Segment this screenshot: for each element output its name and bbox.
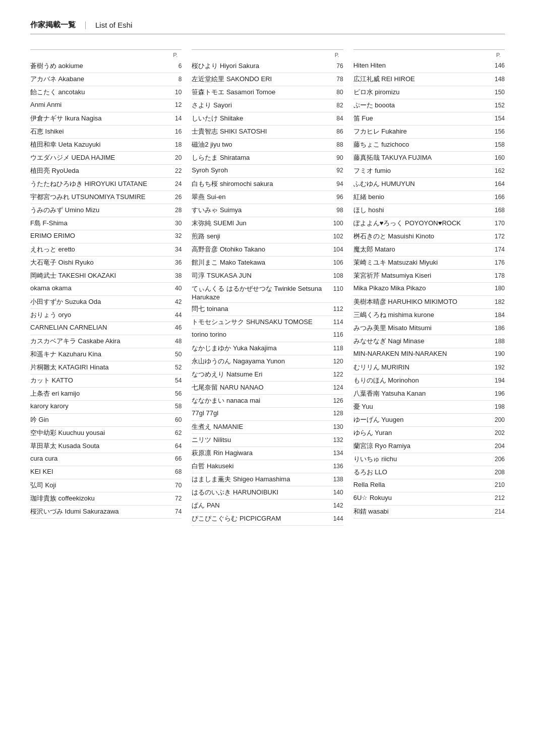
entry-name: 七尾奈留 NARU NANAO	[192, 383, 329, 392]
entry-name: 上条杏 eri kamijo	[30, 389, 167, 398]
entry-name: るろお LLO	[353, 468, 491, 477]
list-item: Rella Rella210	[353, 479, 505, 492]
entry-name: karory karory	[30, 402, 167, 410]
entry-page: 106	[329, 259, 343, 266]
entry-page: 160	[491, 154, 505, 161]
entry-name: りいちゅ riichu	[353, 455, 491, 464]
entry-page: 144	[329, 515, 343, 522]
entry-name: ふむゆん HUMUYUN	[353, 179, 491, 188]
list-item: ピロ水 piromizu150	[353, 86, 505, 99]
entry-page: 104	[329, 246, 343, 253]
entry-page: 164	[491, 180, 505, 187]
entry-page: 210	[491, 481, 505, 488]
entry-name: ERIMO ERIMO	[30, 232, 167, 239]
list-item: 白もち桜 shiromochi sakura94	[192, 178, 343, 191]
entry-name: むリリん MURIRIN	[353, 363, 491, 372]
entry-name: 館川まこ Mako Tatekawa	[192, 258, 329, 267]
list-item: 和錆 wasabi214	[353, 506, 505, 519]
entry-page: 76	[329, 62, 343, 70]
entry-name: なつめえり Natsume Eri	[192, 370, 329, 379]
list-item: 笹森トモエ Sasamori Tomoe80	[192, 86, 343, 99]
entry-name: Anmi Anmi	[30, 101, 167, 108]
entry-name: てぃんくる はるかぜせつな Twinkle Setsuna Harukaze	[192, 284, 329, 301]
list-item: ふむゆん HUMUYUN164	[353, 178, 505, 191]
entry-name: さより Sayori	[192, 101, 329, 110]
entry-page: 146	[491, 62, 505, 69]
entry-name: KEI KEI	[30, 468, 167, 475]
entry-name: Syroh Syroh	[192, 166, 329, 174]
entry-page: 122	[329, 371, 343, 378]
list-item: るろお LLO208	[353, 466, 505, 479]
list-item: torino torino116	[192, 329, 343, 342]
entry-page: 168	[491, 207, 505, 214]
list-item: カット KATTO54	[30, 374, 182, 388]
entry-page: 170	[491, 220, 505, 227]
entry-name: ピロ水 piromizu	[353, 88, 491, 97]
entry-name: 草田草太 Kusada Souta	[30, 442, 167, 451]
entry-name: 白哲 Hakuseki	[192, 462, 329, 471]
entry-name: 桜ひより Hiyori Sakura	[192, 61, 329, 71]
entry-page: 30	[167, 220, 182, 227]
entry-name: ニリツ Nilitsu	[192, 435, 329, 445]
entry-page: 92	[329, 167, 343, 174]
entry-name: 吟 Gin	[30, 415, 167, 424]
entry-name: 問七 toinana	[192, 304, 329, 313]
entry-page: 204	[491, 443, 505, 450]
entry-name: はましま薫夫 Shigeo Hamashima	[192, 475, 329, 484]
list-item: 末弥純 SUEMI Jun100	[192, 217, 343, 230]
entry-name: MIN-NARAKEN MIN-NARAKEN	[353, 350, 491, 357]
entry-name: はるのいぶき HARUNOIBUKI	[192, 488, 329, 497]
list-item: 大石竜子 Oishi Ryuko36	[30, 257, 182, 270]
entry-page: 22	[167, 167, 182, 174]
entry-name: 末弥純 SUEMI Jun	[192, 219, 329, 228]
list-item: 司淳 TSUKASA JUN108	[192, 270, 343, 283]
entry-name: 翠燕 Sui-en	[192, 193, 329, 202]
list-item: 伊倉ナギサ Ikura Nagisa14	[30, 112, 182, 125]
entry-name: うたたねひろゆき HIROYUKI UTATANE	[30, 179, 167, 188]
entry-page: 188	[491, 338, 505, 345]
entry-page: 12	[167, 101, 182, 108]
entry-name: 生煮え NAMANIE	[192, 422, 329, 431]
list-item: 和遥キナ Kazuharu Kina50	[30, 348, 182, 361]
entry-name: 宇都宮つみれ UTSUNOMIYA TSUMIRE	[30, 193, 167, 202]
entry-name: カスカベアキラ Caskabe Akira	[30, 337, 167, 346]
list-item: 蘭宮涼 Ryo Ramiya204	[353, 440, 505, 453]
list-item: 桜ひより Hiyori Sakura76	[192, 60, 343, 73]
entry-page: 54	[167, 377, 182, 384]
column-header: P.	[192, 50, 343, 60]
entry-name: ウエダハジメ UEDA HAJIME	[30, 153, 167, 162]
list-item: はましま薫夫 Shigeo Hamashima138	[192, 473, 343, 486]
entry-name: アカバネ Akabane	[30, 75, 167, 84]
entry-page: 214	[491, 508, 505, 515]
list-item: 翠燕 Sui-en96	[192, 191, 343, 204]
entry-page: 28	[167, 207, 182, 214]
list-item: KEI KEI68	[30, 466, 182, 479]
list-item: 永山ゆうのん Nagayama Yunon120	[192, 355, 343, 368]
entry-name: Hiten Hiten	[353, 61, 491, 69]
list-item: アカバネ Akabane8	[30, 73, 182, 86]
entry-page: 82	[329, 102, 343, 109]
list-item: うたたねひろゆき HIROYUKI UTATANE24	[30, 178, 182, 191]
entry-page: 84	[329, 115, 343, 122]
list-item: ゆらん Yuran202	[353, 427, 505, 440]
list-item: 上条杏 eri kamijo56	[30, 388, 182, 401]
list-item: okama okama40	[30, 283, 182, 296]
entry-page: 114	[329, 319, 343, 326]
entry-page: 194	[491, 377, 505, 384]
entry-page: 212	[491, 494, 505, 501]
list-item: ERIMO ERIMO32	[30, 230, 182, 243]
entry-page: 156	[491, 128, 505, 135]
entry-page: 88	[329, 141, 343, 148]
list-item: なつめえり Natsume Eri122	[192, 368, 343, 382]
entry-page: 96	[329, 194, 343, 201]
list-item: Syroh Syroh92	[192, 165, 343, 178]
entry-page: 134	[329, 450, 343, 457]
entry-name: 伊倉ナギサ Ikura Nagisa	[30, 114, 167, 123]
list-item: ぱん PAN142	[192, 499, 343, 513]
entry-page: 32	[167, 232, 182, 239]
list-item: フカヒレ Fukahire156	[353, 125, 505, 139]
entry-name: 士貴智志 SHIKI SATOSHI	[192, 127, 329, 136]
list-item: 草田草太 Kusada Souta64	[30, 440, 182, 453]
entry-name: 憂 Yuu	[353, 402, 491, 411]
entry-name: みつみ美里 Misato Mitsumi	[353, 324, 491, 333]
